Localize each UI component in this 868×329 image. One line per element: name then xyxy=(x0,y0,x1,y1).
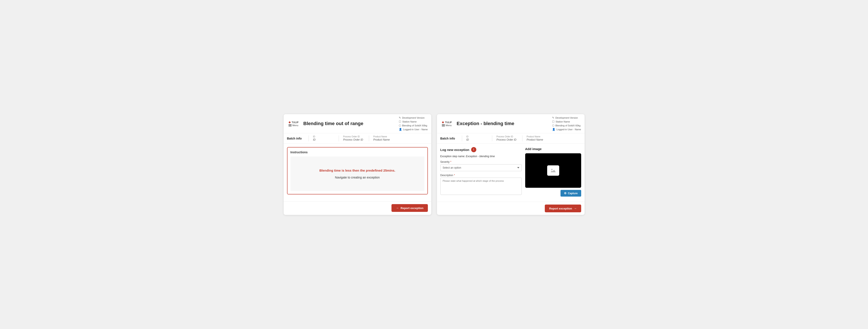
capture-icon: ⚙ xyxy=(564,191,566,195)
right-report-exception-button[interactable]: Report exception → xyxy=(545,205,581,212)
report-arrow-icon-left: → xyxy=(396,206,399,210)
severity-select[interactable]: Select an option Low Medium High Critica… xyxy=(440,164,522,171)
right-meta-user-row: 👤 Logged-in User - Name xyxy=(552,128,581,131)
left-report-button-label: Report exception xyxy=(401,207,423,210)
station-icon-left: ☐ xyxy=(399,120,401,123)
right-tulip-logo: ❖ TULIP xyxy=(442,121,452,124)
instructions-title: Instructions xyxy=(290,150,425,154)
left-panel-header: ❖ TULIP Menu Blending time out of range … xyxy=(284,114,431,133)
right-po-header: Process Order ID xyxy=(497,136,518,138)
right-batch-text: Blending of SolidX 60kg xyxy=(555,124,581,127)
left-batch-field-po: Process Order ID Process Order ID xyxy=(339,136,369,141)
step-value: Exception - blending time xyxy=(466,155,495,158)
left-po-value: Process Order ID xyxy=(343,138,365,141)
instruction-action: Navigate to creating an exception xyxy=(335,176,380,179)
right-po-value: Process Order ID xyxy=(497,138,518,141)
description-label: Description * xyxy=(440,174,522,177)
version-icon-left: ✎ xyxy=(399,116,401,119)
right-id-value: ID xyxy=(466,138,488,141)
step-label: Exception step name: xyxy=(440,155,465,158)
right-batch-field-product: Product Name Product Name xyxy=(522,136,552,141)
severity-group: Severity * Select an option Low Medium H… xyxy=(440,160,522,171)
right-meta-station-row: ☐ Station Name xyxy=(552,120,581,123)
left-product-value: Product Name xyxy=(373,138,395,141)
log-exception-section: Log new exception ! Exception step name:… xyxy=(440,147,522,198)
left-panel-footer: → Report exception xyxy=(284,201,431,214)
report-arrow-icon-right: → xyxy=(574,207,577,210)
log-exception-title: Log new exception ! xyxy=(440,147,522,152)
left-id-value: ID xyxy=(313,138,334,141)
left-batch-text: Blending of SolidX 60kg xyxy=(402,124,427,127)
capture-button-label: Capture xyxy=(568,192,578,195)
instruction-warning: Blending time is less then the predefine… xyxy=(319,169,395,172)
add-image-section: Add image ⚙ Capture xyxy=(525,147,581,198)
svg-rect-0 xyxy=(550,168,557,174)
right-header-meta: ✎ Development Version ☐ Station Name ⬡ B… xyxy=(552,116,581,131)
left-menu-label: Menu xyxy=(292,124,299,127)
add-image-title: Add image xyxy=(525,147,581,151)
left-panel-title: Blending time out of range xyxy=(303,121,396,126)
right-batch-info-label: Batch info xyxy=(440,137,462,140)
left-id-header: ID xyxy=(313,136,334,138)
right-panel-body: Log new exception ! Exception step name:… xyxy=(437,144,585,202)
right-panel-title: Exception - blending time xyxy=(457,121,549,126)
right-panel: ❖ TULIP Menu Exception - blending time ✎… xyxy=(437,114,585,215)
left-tulip-logo: ❖ TULIP xyxy=(288,121,299,124)
image-placeholder-icon xyxy=(547,166,559,176)
severity-required: * xyxy=(450,160,451,163)
instructions-box: Instructions Blending time is less then … xyxy=(287,147,428,195)
svg-point-1 xyxy=(551,169,553,170)
description-label-text: Description xyxy=(440,174,453,177)
version-icon-right: ✎ xyxy=(552,116,554,119)
log-exception-title-text: Log new exception xyxy=(440,148,469,152)
right-menu-button[interactable]: Menu xyxy=(442,124,452,127)
left-logo-menu: ❖ TULIP Menu xyxy=(287,121,300,127)
left-product-header: Product Name xyxy=(373,136,395,138)
severity-label-text: Severity xyxy=(440,160,450,163)
exception-step-name: Exception step name: Exception - blendin… xyxy=(440,155,522,158)
batch-icon-left: ⬡ xyxy=(399,124,401,127)
description-textarea[interactable] xyxy=(440,178,522,195)
left-user-text: Logged-in User - Name xyxy=(403,128,428,131)
instructions-content: Blending time is less then the predefine… xyxy=(290,156,425,191)
left-version-text: Development Version xyxy=(402,117,425,119)
alert-symbol: ! xyxy=(473,148,474,151)
hamburger-icon-right xyxy=(442,124,445,126)
page-wrapper: ❖ TULIP Menu Blending time out of range … xyxy=(283,114,585,215)
left-po-header: Process Order ID xyxy=(343,136,365,138)
tulip-icon-left: ❖ xyxy=(288,121,291,124)
right-menu-label: Menu xyxy=(446,124,452,127)
tulip-icon-right: ❖ xyxy=(442,121,444,124)
right-panel-header: ❖ TULIP Menu Exception - blending time ✎… xyxy=(437,114,585,133)
hamburger-icon-left xyxy=(288,124,291,126)
right-batch-field-po: Process Order ID Process Order ID xyxy=(492,136,522,141)
left-batch-field-id: ID ID xyxy=(309,136,339,141)
station-icon-right: ☐ xyxy=(552,120,555,123)
right-panel-footer: Report exception → xyxy=(437,202,585,215)
left-header-meta: ✎ Development Version ☐ Station Name ⬡ B… xyxy=(399,116,428,131)
add-image-title-text: Add image xyxy=(525,147,542,151)
left-batch-info-row: Batch info ID ID Process Order ID Proces… xyxy=(284,133,431,144)
left-meta-version-row: ✎ Development Version xyxy=(399,116,428,119)
left-menu-button[interactable]: Menu xyxy=(288,124,299,127)
right-logo-menu: ❖ TULIP Menu xyxy=(440,121,453,127)
right-station-text: Station Name xyxy=(556,120,570,123)
right-id-header: ID xyxy=(466,136,488,138)
image-preview xyxy=(525,153,581,188)
left-logo-text: TULIP xyxy=(292,121,299,124)
user-icon-right: 👤 xyxy=(552,128,555,131)
left-meta-station-row: ☐ Station Name xyxy=(399,120,428,123)
exception-step-group: Exception step name: Exception - blendin… xyxy=(440,155,522,158)
right-logo-text: TULIP xyxy=(445,121,452,124)
left-panel-body: Instructions Blending time is less then … xyxy=(284,144,431,201)
description-required: * xyxy=(454,174,455,177)
right-batch-info-row: Batch info ID ID Process Order ID Proces… xyxy=(437,133,585,144)
user-icon-left: 👤 xyxy=(399,128,402,131)
right-product-header: Product Name xyxy=(527,136,548,138)
left-report-exception-button[interactable]: → Report exception xyxy=(392,204,428,212)
left-station-text: Station Name xyxy=(402,120,417,123)
capture-button[interactable]: ⚙ Capture xyxy=(560,190,581,197)
left-batch-field-product: Product Name Product Name xyxy=(369,136,399,141)
right-report-button-label: Report exception xyxy=(549,207,572,210)
description-group: Description * xyxy=(440,174,522,196)
